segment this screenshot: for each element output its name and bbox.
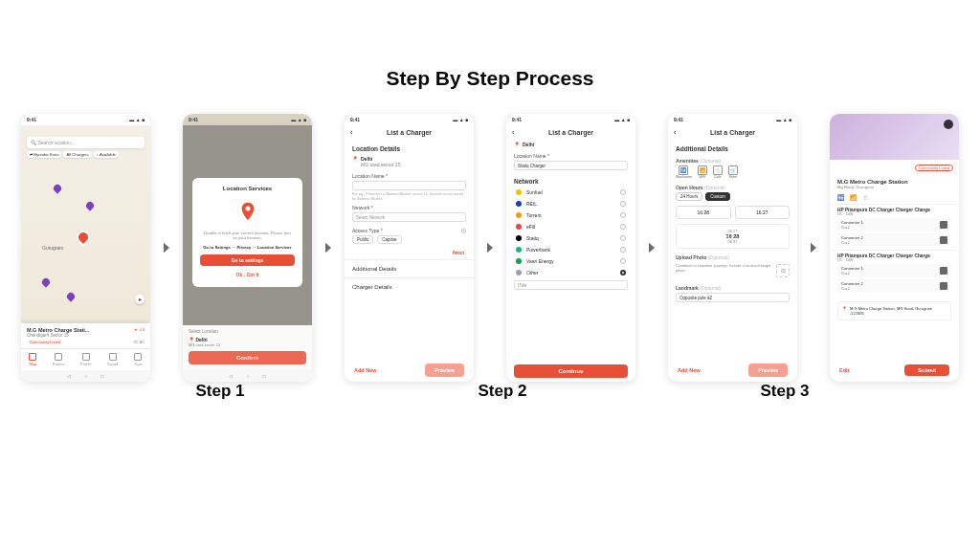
amenity-washroom[interactable]: 🚻Washroom <box>676 165 692 179</box>
landmark-input[interactable]: Opposite pole a2 <box>676 293 790 302</box>
network-sunfuel[interactable]: Sunfuel <box>506 187 635 198</box>
network-other[interactable]: Other <box>506 267 635 278</box>
station-card[interactable]: M.G Metro Charge Stati...★ 4.0 Chandigar… <box>21 323 150 348</box>
connector-row[interactable]: Connector 1Ccs 2 <box>837 264 951 277</box>
access-captive[interactable]: Captive <box>377 235 401 244</box>
charger-block-1: HP Pitampura DC Charger Charger Charge D… <box>830 204 959 250</box>
continue-button[interactable]: Continue <box>514 364 628 378</box>
amenity-cafe[interactable]: 🍴Cafe <box>713 165 723 179</box>
section-charger[interactable]: Charger Details <box>345 277 474 296</box>
edit-button[interactable]: Edit <box>839 367 895 373</box>
hours-24[interactable]: 24 Hours <box>676 192 702 201</box>
time-to[interactable]: 16:27 <box>735 206 791 219</box>
network-reil[interactable]: REIL <box>506 198 635 209</box>
connector-row[interactable]: Connector 1Ccs 2 <box>837 218 951 231</box>
connector-row[interactable]: Connector 2Ccs 2 <box>837 279 951 293</box>
location-name-input[interactable] <box>352 181 466 190</box>
location-display: 📍Delhi <box>506 140 635 149</box>
cafe-icon: 🍴 <box>713 165 723 175</box>
network-torrent[interactable]: Torrent <box>506 209 635 221</box>
station-subtitle: Mg Road, Gurugram <box>837 185 951 189</box>
step-1-label: Step 1 <box>86 382 354 401</box>
ok-got-it-button[interactable]: Ok , Got It <box>200 270 295 279</box>
section-additional[interactable]: Additional Details <box>345 259 474 277</box>
time-picker[interactable]: 06 27 16 28 06 37 <box>676 224 790 249</box>
preview-button[interactable]: Preview <box>748 364 788 377</box>
section-additional: Additional Details <box>668 140 797 154</box>
network-powerbank[interactable]: Powerbank <box>506 244 635 255</box>
access-chips: Public Captive <box>345 233 474 246</box>
status-bar: 9:41▬ ▲ ■ <box>345 114 474 125</box>
close-icon[interactable] <box>944 120 953 129</box>
time-range: 16:28 16:27 <box>668 203 797 222</box>
network-vaari[interactable]: Vaari Energy <box>506 255 635 267</box>
modal-path: Go to Settings → Privacy → Location Serv… <box>200 245 295 250</box>
arrow-icon <box>318 237 339 258</box>
tab-map[interactable]: Map <box>29 353 36 366</box>
tab-saved[interactable]: Saved <box>107 353 118 366</box>
other-title-input[interactable]: |Title <box>514 280 628 290</box>
access-public[interactable]: Public <box>352 235 373 244</box>
step-3-label: Step 3 <box>651 382 919 401</box>
tab-profile[interactable]: Profile <box>80 353 91 366</box>
screen-title: ‹List a Charger <box>668 125 797 140</box>
map-pin-icon[interactable] <box>40 276 51 287</box>
chip-vehicle[interactable]: ⇌ Hyundai Kona <box>27 151 61 158</box>
back-icon[interactable]: ‹ <box>512 129 514 136</box>
wifi-icon: 📶 <box>850 194 857 201</box>
amenities-row: 🚻Washroom 📶WiFi 🍴Cafe 🛒Store <box>668 164 797 181</box>
network-select[interactable]: Select Network <box>352 212 466 222</box>
location-modal: Location Services Unable to fetch your c… <box>192 178 302 287</box>
map-view[interactable]: 🔍 Search location... ⇌ Hyundai Kona All … <box>21 125 150 348</box>
go-to-settings-button[interactable]: Go to settings <box>200 254 295 266</box>
screen-title: ‹List a Charger <box>345 125 474 140</box>
location-display: 📍DelhiMG road sector 15 <box>345 154 474 169</box>
select-location-label: Select Location <box>189 329 306 334</box>
search-input[interactable]: 🔍 Search location... <box>27 137 145 148</box>
preview-button[interactable]: Preview <box>425 364 464 377</box>
time-from[interactable]: 16:28 <box>676 206 731 219</box>
screen-additional-details: 9:41▬ ▲ ■ ‹List a Charger Additional Det… <box>668 114 797 382</box>
screen-list-charger-form: 9:41▬ ▲ ■ ‹List a Charger Location Detai… <box>345 114 474 382</box>
upload-button[interactable]: 🖼 <box>776 264 790 277</box>
screen-station-detail: Community Listed M.G Metro Charge Statio… <box>830 114 959 382</box>
washroom-icon: 🚻 <box>679 165 688 175</box>
upload-row: Contribute to smoother journeys. Include… <box>668 260 797 281</box>
amenity-store[interactable]: 🛒Store <box>728 165 738 179</box>
chip-all-chargers[interactable]: All Chargers <box>63 151 91 158</box>
map-pin-icon[interactable] <box>84 200 95 210</box>
community-tag: Community Listed <box>915 165 953 171</box>
next-button[interactable]: Next <box>345 246 474 259</box>
add-new-button[interactable]: Add New <box>678 367 701 373</box>
location-name-input[interactable]: Statiq Charger <box>514 161 628 170</box>
map-strip[interactable] <box>830 114 959 160</box>
connector-row[interactable]: Connector 2Ccs 2 <box>837 233 951 247</box>
map-pin-selected-icon[interactable] <box>74 228 93 247</box>
amenity-wifi[interactable]: 📶WiFi <box>698 165 707 179</box>
tab-routes[interactable]: Routes <box>53 353 65 366</box>
charger-block-2: HP Pitampura DC Charger Charger Charge D… <box>830 250 959 296</box>
back-icon[interactable]: ‹ <box>350 129 352 136</box>
screen-network-select: 9:41▬ ▲ ■ ‹List a Charger 📍Delhi Locatio… <box>506 114 635 382</box>
add-new-button[interactable]: Add New <box>354 367 377 373</box>
submit-button[interactable]: Submit <box>904 364 949 376</box>
chip-available[interactable]: ○ Available <box>94 151 119 158</box>
hours-custom[interactable]: Custom <box>705 192 730 201</box>
amenities-icons: 🚻📶🍴 <box>830 191 959 204</box>
landmark-label: Landmark (Optional) <box>668 285 797 291</box>
map-pin-icon[interactable] <box>65 291 76 301</box>
network-statiq[interactable]: Statiq <box>506 232 635 244</box>
charger-type: DC · 14W <box>837 258 951 262</box>
back-icon[interactable]: ‹ <box>674 129 676 136</box>
arrow-icon <box>479 237 501 258</box>
page-title: Step By Step Process <box>0 67 980 90</box>
tab-trips[interactable]: Trips <box>134 353 143 366</box>
confirm-button[interactable]: Confirm <box>189 351 306 364</box>
modal-title: Location Services <box>200 186 295 191</box>
plug-icon <box>940 236 947 244</box>
status-bar: 9:41▬ ▲ ■ <box>21 114 150 125</box>
map-pin-icon[interactable] <box>52 183 62 193</box>
address-box: 📍M.G Metro Charge Station, MG Road, Guru… <box>837 301 951 320</box>
locate-button[interactable]: ➤ <box>135 295 145 304</box>
network-efill[interactable]: eFill <box>506 221 635 232</box>
